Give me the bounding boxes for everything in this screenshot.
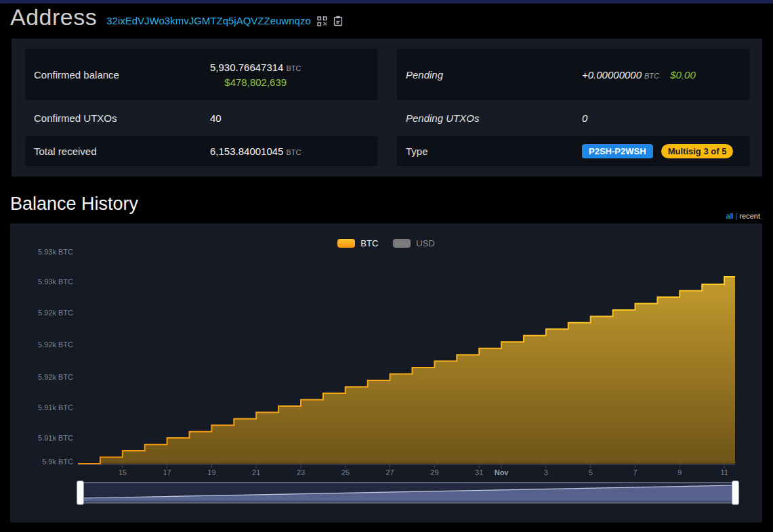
x-axis-label: 9 xyxy=(659,468,700,476)
x-axis-label: 23 xyxy=(280,468,321,476)
y-axis-label: 5.9k BTC xyxy=(10,458,73,466)
usd-legend-swatch xyxy=(393,239,411,248)
page-header: Address 32ixEdVJWo3kmvJGMTZq5jAQVZZeuwnq… xyxy=(10,4,343,30)
pending-utxos-value: 0 xyxy=(582,112,587,124)
x-axis-label: 11 xyxy=(704,468,745,476)
pending-utxos-row: Pending UTXOs 0 xyxy=(397,103,750,133)
page-title: Address xyxy=(10,4,97,30)
qr-code-icon[interactable] xyxy=(317,16,327,26)
x-axis-label: Nov xyxy=(481,468,522,476)
y-axis-label: 5.92k BTC xyxy=(10,373,73,381)
range-separator: | xyxy=(736,212,738,220)
datazoom-right-handle[interactable] xyxy=(732,481,739,505)
confirmed-utxos-row: Confirmed UTXOs 40 xyxy=(25,103,377,133)
btc-unit: BTC xyxy=(286,148,301,156)
btc-unit: BTC xyxy=(286,64,301,72)
range-recent-link[interactable]: recent xyxy=(739,212,760,220)
balance-history-title: Balance History xyxy=(10,194,138,215)
type-row: Type P2SH-P2WSH Multisig 3 of 5 xyxy=(397,136,750,166)
x-axis-label: 17 xyxy=(147,468,188,476)
pending-usd: $0.00 xyxy=(670,69,696,81)
btc-legend-swatch xyxy=(337,239,355,248)
chart-range-links: all|recent xyxy=(726,212,760,220)
y-axis-label: 5.93k BTC xyxy=(10,248,73,256)
x-axis-label: 3 xyxy=(526,468,566,476)
address-type-badge: P2SH-P2WSH xyxy=(582,144,653,158)
legend-item-usd[interactable]: USD xyxy=(393,238,434,248)
pending-utxos-label: Pending UTXOs xyxy=(397,112,582,124)
btc-legend-label: BTC xyxy=(360,238,378,248)
datazoom-left-handle[interactable] xyxy=(77,481,84,505)
legend-item-btc[interactable]: BTC xyxy=(337,238,378,248)
pending-row: Pending +0.00000000BTC $0.00 xyxy=(397,49,750,100)
copy-icon[interactable] xyxy=(333,16,343,26)
y-axis-label: 5.91k BTC xyxy=(10,403,73,412)
y-axis-label: 5.92k BTC xyxy=(10,309,73,317)
datazoom-slider[interactable] xyxy=(81,483,736,503)
x-axis-label: 15 xyxy=(102,468,143,476)
chart-legend: BTC USD xyxy=(10,238,762,248)
usd-legend-label: USD xyxy=(416,238,434,248)
pending-label: Pending xyxy=(397,69,582,81)
x-axis-label: 19 xyxy=(191,468,232,476)
total-received-label: Total received xyxy=(25,146,210,157)
y-axis-label: 5.91k BTC xyxy=(10,434,73,442)
x-axis-label: 21 xyxy=(236,468,276,476)
balance-area-series xyxy=(78,277,735,468)
address-link[interactable]: 32ixEdVJWo3kmvJGMTZq5jAQVZZeuwnqzo xyxy=(106,15,311,26)
confirmed-utxos-label: Confirmed UTXOs xyxy=(25,112,210,124)
confirmed-stats-table: Confirmed balance 5,930.76647314BTC $478… xyxy=(25,49,377,166)
balance-history-chart: 5.93k BTC5.93k BTC5.92k BTC5.92k BTC5.92… xyxy=(10,223,762,523)
total-received-value: 6,153.84001045BTC xyxy=(210,146,301,157)
confirmed-balance-usd: $478,802,639 xyxy=(210,76,301,88)
address-stats-panel: Confirmed balance 5,930.76647314BTC $478… xyxy=(12,39,762,177)
top-accent-bar xyxy=(0,0,773,3)
x-axis-label: 7 xyxy=(615,468,656,476)
x-axis-label: 27 xyxy=(370,468,411,476)
total-received-row: Total received 6,153.84001045BTC xyxy=(25,136,377,166)
balance-chart-svg xyxy=(10,223,762,523)
x-axis-label: 29 xyxy=(414,468,455,476)
type-badges: P2SH-P2WSH Multisig 3 of 5 xyxy=(582,144,733,158)
y-axis-label: 5.92k BTC xyxy=(10,340,73,349)
type-label: Type xyxy=(397,146,582,157)
x-axis-label: 25 xyxy=(325,468,366,476)
y-axis-label: 5.93k BTC xyxy=(10,278,73,286)
confirmed-balance-row: Confirmed balance 5,930.76647314BTC $478… xyxy=(25,49,377,100)
confirmed-balance-label: Confirmed balance xyxy=(25,69,210,81)
confirmed-balance-value: 5,930.76647314BTC $478,802,639 xyxy=(210,62,301,88)
range-all-link[interactable]: all xyxy=(726,212,734,220)
multisig-badge: Multisig 3 of 5 xyxy=(661,144,734,158)
x-axis-label: 5 xyxy=(570,468,611,476)
pending-value: +0.00000000BTC $0.00 xyxy=(582,69,696,81)
pending-stats-table: Pending +0.00000000BTC $0.00 Pending UTX… xyxy=(397,49,750,166)
btc-unit: BTC xyxy=(644,72,659,80)
confirmed-utxos-value: 40 xyxy=(210,112,222,124)
